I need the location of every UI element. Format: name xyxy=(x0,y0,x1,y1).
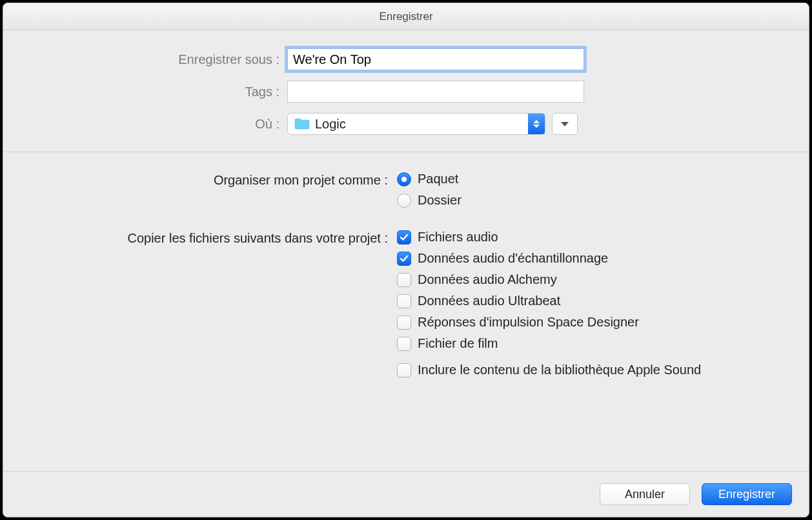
options-section: Organiser mon projet comme : Paquet Doss… xyxy=(3,152,809,412)
organize-label: Organiser mon projet comme : xyxy=(29,172,397,188)
radio-icon xyxy=(397,172,411,186)
where-popup[interactable]: Logic xyxy=(287,113,545,135)
file-info-section: Enregistrer sous : Tags : Où : xyxy=(3,30,809,152)
where-label: Où : xyxy=(29,117,287,132)
tags-label: Tags : xyxy=(29,85,287,99)
dialog-title: Enregistrer xyxy=(3,3,809,30)
dialog-footer: Annuler Enregistrer xyxy=(3,471,809,517)
folder-icon xyxy=(294,118,310,130)
radio-package-label: Paquet xyxy=(418,172,458,186)
copy-row: Copier les fichiers suivants dans votre … xyxy=(29,230,783,384)
checkbox-icon xyxy=(397,230,411,245)
checkbox-icon xyxy=(397,273,411,287)
checkbox-audio-files[interactable]: Fichiers audio xyxy=(397,230,783,245)
radio-folder[interactable]: Dossier xyxy=(397,193,783,208)
checkbox-alchemy-label: Données audio Alchemy xyxy=(418,272,557,287)
where-popup-value: Logic xyxy=(315,117,528,132)
copy-label: Copier les fichiers suivants dans votre … xyxy=(29,230,397,246)
checkbox-sampler-label: Données audio d'échantillonnage xyxy=(418,251,608,266)
save-as-label: Enregistrer sous : xyxy=(29,52,287,67)
save-as-input[interactable] xyxy=(287,48,584,70)
chevron-down-icon xyxy=(561,122,569,126)
checkbox-movie-file[interactable]: Fichier de film xyxy=(397,336,783,351)
tags-row: Tags : xyxy=(29,81,783,103)
checkbox-icon xyxy=(397,294,411,308)
checkbox-space-designer[interactable]: Réponses d'impulsion Space Designer xyxy=(397,315,783,330)
save-dialog: Enregistrer Enregistrer sous : Tags : Où… xyxy=(3,3,809,517)
radio-icon xyxy=(397,194,411,208)
checkbox-audio-label: Fichiers audio xyxy=(418,230,498,245)
organize-row: Organiser mon projet comme : Paquet Doss… xyxy=(29,172,783,214)
checkbox-alchemy-audio[interactable]: Données audio Alchemy xyxy=(397,272,783,287)
checkbox-icon xyxy=(397,252,411,266)
checkbox-movie-label: Fichier de film xyxy=(418,336,498,351)
expand-button[interactable] xyxy=(552,113,578,135)
tags-input[interactable] xyxy=(287,81,584,103)
cancel-button[interactable]: Annuler xyxy=(600,483,690,505)
where-row: Où : Logic xyxy=(29,113,783,135)
save-button[interactable]: Enregistrer xyxy=(702,483,792,505)
save-as-row: Enregistrer sous : xyxy=(29,48,783,70)
checkbox-sampler-audio[interactable]: Données audio d'échantillonnage xyxy=(397,251,783,266)
checkbox-ultrabeat-audio[interactable]: Données audio Ultrabeat xyxy=(397,294,783,308)
checkbox-apple-label: Inclure le contenu de la bibliothèque Ap… xyxy=(418,363,701,377)
updown-icon xyxy=(528,114,545,134)
checkbox-icon xyxy=(397,337,411,351)
radio-folder-label: Dossier xyxy=(418,193,462,208)
checkbox-apple-sound-library[interactable]: Inclure le contenu de la bibliothèque Ap… xyxy=(397,363,783,377)
checkbox-space-label: Réponses d'impulsion Space Designer xyxy=(418,315,639,330)
checkbox-icon xyxy=(397,315,411,330)
radio-package[interactable]: Paquet xyxy=(397,172,783,186)
checkbox-icon xyxy=(397,363,411,377)
checkbox-ultrabeat-label: Données audio Ultrabeat xyxy=(418,294,560,308)
